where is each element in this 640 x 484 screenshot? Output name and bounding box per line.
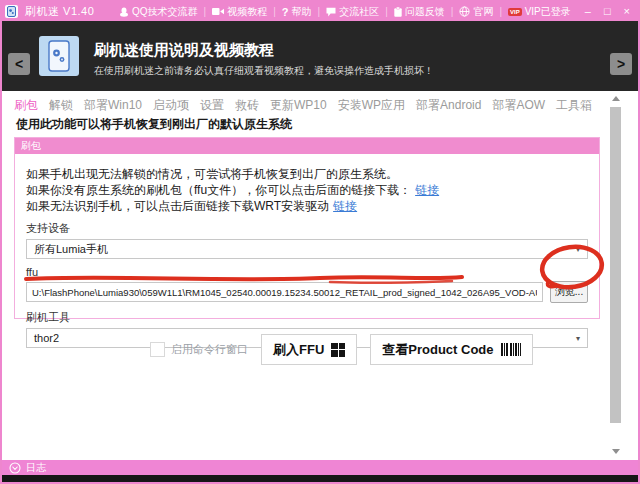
hint-line-3-text: 如果无法识别手机，可以点击后面链接下载WRT安装驱动 <box>26 199 329 213</box>
menu-qq-group[interactable]: QQ技术交流群 <box>119 5 198 19</box>
menu-label: 视频教程 <box>227 5 267 19</box>
main-content: 刷包 解锁 部署Win10 启动项 设置 救砖 更新WP10 安装WP应用 部署… <box>2 91 638 460</box>
app-window: 刷机迷 V1.40 QQ技术交流群 | 视频教程 | ? 帮助 | 交流社区 | <box>0 0 640 484</box>
panel-body: 如果手机出现无法解锁的情况，可尝试将手机恢复到出厂的原生系统。 如果你没有原生系… <box>15 154 599 348</box>
menu-separator: | <box>385 6 388 17</box>
flash-tool-label: 刷机工具 <box>26 310 588 325</box>
scrollbar <box>610 96 622 454</box>
menu-feedback[interactable]: 问题反馈 <box>394 5 445 19</box>
help-icon: ? <box>282 6 289 18</box>
tutorial-banner: < 刷机迷使用说明及视频教程 在使用刷机迷之前请务必认真仔细观看视频教程，避免误… <box>2 21 638 91</box>
device-select[interactable]: 所有Lumia手机 ▾ <box>26 239 588 259</box>
menu-label: 帮助 <box>292 5 312 19</box>
menu-vip-status[interactable]: VIP VIP已登录 <box>508 5 571 19</box>
tab-install-wp-apps[interactable]: 安装WP应用 <box>338 97 405 114</box>
menu-video-tutorial[interactable]: 视频教程 <box>212 5 267 19</box>
tab-boot-options[interactable]: 启动项 <box>153 97 189 114</box>
hint-line-1: 如果手机出现无法解锁的情况，可尝试将手机恢复到出厂的原生系统。 <box>26 166 588 182</box>
scrollbar-thumb[interactable] <box>610 107 621 423</box>
phone-icon <box>7 6 16 17</box>
cmd-window-checkbox[interactable] <box>150 342 165 357</box>
minimize-button[interactable]: – <box>585 6 591 17</box>
log-label: 日志 <box>26 461 46 475</box>
scroll-up-arrow[interactable] <box>612 96 620 101</box>
menu-label: VIP已登录 <box>525 5 571 19</box>
device-select-value: 所有Lumia手机 <box>34 242 108 257</box>
titlebar-menu: QQ技术交流群 | 视频教程 | ? 帮助 | 交流社区 | 问题反馈 | <box>119 5 571 19</box>
ffu-row: 浏览... <box>26 281 588 303</box>
barcode-icon <box>501 343 521 356</box>
app-title: 刷机迷 V1.40 <box>25 4 94 19</box>
chevron-down-icon: ▾ <box>576 334 580 343</box>
chevron-down-icon: ▾ <box>576 245 580 254</box>
cmd-window-label: 启用命令行窗口 <box>171 342 248 357</box>
globe-icon <box>459 6 470 17</box>
speech-bubble-icon <box>326 7 336 17</box>
bottom-strip <box>2 475 638 482</box>
menu-separator: | <box>204 6 207 17</box>
menu-label: 官网 <box>473 5 493 19</box>
product-code-label: 查看Product Code <box>382 341 493 359</box>
app-icon <box>5 5 18 18</box>
tab-unlock[interactable]: 解锁 <box>49 97 73 114</box>
menu-label: 问题反馈 <box>405 5 445 19</box>
tab-flash-package[interactable]: 刷包 <box>14 97 38 114</box>
log-bar[interactable]: 日志 <box>2 460 638 475</box>
tab-deploy-win10[interactable]: 部署Win10 <box>84 97 142 114</box>
banner-title: 刷机迷使用说明及视频教程 <box>94 41 274 60</box>
window-controls: – □ × <box>585 6 630 17</box>
maximize-button[interactable]: □ <box>604 6 611 17</box>
tab-settings[interactable]: 设置 <box>200 97 224 114</box>
menu-label: QQ技术交流群 <box>132 5 198 19</box>
feature-description: 使用此功能可以将手机恢复到刚出厂的默认原生系统 <box>16 116 292 133</box>
cmd-window-option: 启用命令行窗口 <box>150 342 248 357</box>
qq-icon <box>119 7 129 17</box>
title-bar: 刷机迷 V1.40 QQ技术交流群 | 视频教程 | ? 帮助 | 交流社区 | <box>2 2 638 21</box>
nav-tabs: 刷包 解锁 部署Win10 启动项 设置 救砖 更新WP10 安装WP应用 部署… <box>14 97 592 114</box>
menu-separator: | <box>451 6 454 17</box>
panel-title: 刷包 <box>15 138 599 154</box>
banner-subtitle: 在使用刷机迷之前请务必认真仔细观看视频教程，避免误操作造成手机损坏！ <box>94 64 434 78</box>
banner-next-button[interactable]: > <box>610 53 632 75</box>
menu-community[interactable]: 交流社区 <box>326 5 379 19</box>
video-icon <box>212 7 224 16</box>
hint-line-3: 如果无法识别手机，可以点击后面链接下载WRT安装驱动链接 <box>26 198 588 214</box>
ffu-label: ffu <box>26 266 588 278</box>
menu-help[interactable]: ? 帮助 <box>282 5 312 19</box>
close-button[interactable]: × <box>624 6 630 17</box>
menu-separator: | <box>318 6 321 17</box>
clipboard-icon <box>394 7 402 17</box>
expand-log-icon <box>9 462 21 474</box>
hint-line-2-text: 如果你没有原生系统的刷机包（ffu文件），你可以点击后面的链接下载： <box>26 183 411 197</box>
menu-official-site[interactable]: 官网 <box>459 5 493 19</box>
menu-separator: | <box>499 6 502 17</box>
hint-line-2: 如果你没有原生系统的刷机包（ffu文件），你可以点击后面的链接下载：链接 <box>26 182 588 198</box>
wrt-driver-link[interactable]: 链接 <box>333 199 357 213</box>
vip-icon: VIP <box>508 8 522 16</box>
banner-phone-icon-box <box>39 36 79 76</box>
tab-deploy-aow[interactable]: 部署AOW <box>492 97 545 114</box>
windows-logo-icon <box>331 343 345 357</box>
product-code-button[interactable]: 查看Product Code <box>370 334 532 365</box>
flash-ffu-button[interactable]: 刷入FFU <box>261 334 357 365</box>
tab-update-wp10[interactable]: 更新WP10 <box>270 97 327 114</box>
flash-ffu-label: 刷入FFU <box>273 341 324 359</box>
phone-gear-icon <box>48 40 70 72</box>
ffu-download-link[interactable]: 链接 <box>415 183 439 197</box>
menu-separator: | <box>273 6 276 17</box>
flash-tool-value: thor2 <box>34 332 59 344</box>
scroll-down-arrow[interactable] <box>612 449 620 454</box>
action-row: 启用命令行窗口 刷入FFU 查看Product Code <box>150 334 533 365</box>
tab-deploy-android[interactable]: 部署Android <box>416 97 481 114</box>
supported-device-label: 支持设备 <box>26 221 588 236</box>
flash-panel: 刷包 如果手机出现无法解锁的情况，可尝试将手机恢复到出厂的原生系统。 如果你没有… <box>14 137 600 319</box>
banner-prev-button[interactable]: < <box>8 53 30 75</box>
tab-toolbox[interactable]: 工具箱 <box>556 97 592 114</box>
ffu-path-input[interactable] <box>26 282 543 302</box>
browse-button[interactable]: 浏览... <box>550 281 588 303</box>
tab-unbrick[interactable]: 救砖 <box>235 97 259 114</box>
menu-label: 交流社区 <box>339 5 379 19</box>
